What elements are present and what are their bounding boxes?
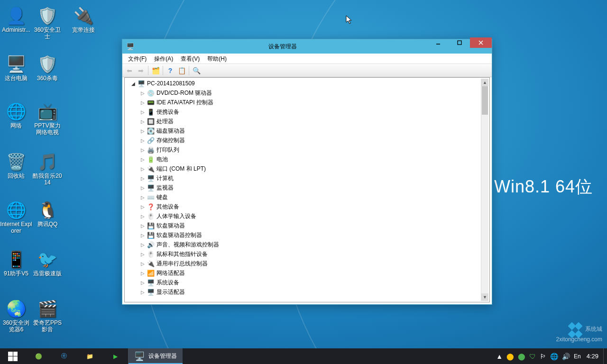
expand-icon[interactable]: ▷ bbox=[140, 147, 146, 153]
expand-icon[interactable]: ▷ bbox=[140, 128, 146, 134]
desktop-icon-6[interactable]: 📺PPTV聚力 网络电视 bbox=[31, 101, 64, 136]
tray-network-icon[interactable]: 🌐 bbox=[550, 353, 558, 360]
expand-icon[interactable]: ▷ bbox=[140, 233, 146, 238]
expand-icon[interactable]: ▷ bbox=[140, 157, 146, 162]
expand-icon[interactable]: ▷ bbox=[140, 109, 146, 115]
tree-item[interactable]: ▷💾软盘驱动器 bbox=[126, 221, 481, 230]
desktop-icon-1[interactable]: 🛡️360安全卫士 bbox=[31, 6, 64, 40]
expand-icon[interactable]: ▷ bbox=[140, 166, 146, 172]
tree-item[interactable]: ▷🖥️监视器 bbox=[126, 183, 481, 192]
menu-action[interactable]: 操作(A) bbox=[150, 54, 177, 64]
desktop-icon-11[interactable]: 📱91助手V5 bbox=[0, 249, 32, 277]
tree-item[interactable]: ▷🔊声音、视频和游戏控制器 bbox=[126, 240, 481, 249]
expand-icon[interactable]: ▷ bbox=[140, 223, 146, 228]
tree-item[interactable]: ▷⌨️键盘 bbox=[126, 192, 481, 202]
properties-button[interactable]: 📋 bbox=[176, 65, 187, 76]
expand-icon[interactable]: ▷ bbox=[140, 204, 146, 209]
expand-icon[interactable]: ▷ bbox=[140, 119, 146, 124]
tree-item[interactable]: ▷📟IDE ATA/ATAPI 控制器 bbox=[126, 98, 481, 107]
back-button[interactable]: ⬅ bbox=[124, 65, 135, 76]
tree-item[interactable]: ▷📱便携设备 bbox=[126, 107, 481, 117]
collapse-icon[interactable]: ◢ bbox=[130, 81, 136, 86]
maximize-button[interactable] bbox=[449, 37, 470, 48]
tree-item[interactable]: ▷🖨️打印队列 bbox=[126, 145, 481, 155]
vertical-scrollbar[interactable]: ▲ ▼ bbox=[481, 79, 488, 301]
tray-clock[interactable]: 4:29 bbox=[585, 353, 600, 360]
desktop-icon-12[interactable]: 🐦迅雷极速版 bbox=[31, 249, 64, 277]
desktop-icon-2[interactable]: 🔌宽带连接 bbox=[67, 6, 100, 33]
expand-icon[interactable]: ▷ bbox=[140, 261, 146, 266]
expand-icon[interactable]: ▷ bbox=[140, 138, 146, 143]
show-hidden-button[interactable]: 🗂️ bbox=[150, 65, 161, 76]
expand-icon[interactable]: ▷ bbox=[140, 252, 146, 257]
tree-item[interactable]: ▷🖥️系统设备 bbox=[126, 278, 481, 287]
scroll-down-button[interactable]: ▼ bbox=[481, 293, 488, 301]
desktop-icon-9[interactable]: 🌐Internet Explorer bbox=[0, 200, 32, 234]
device-tree[interactable]: ◢🖥️PC-201412081509▷💿DVD/CD-ROM 驱动器▷📟IDE … bbox=[126, 79, 481, 301]
desktop-icon-5[interactable]: 🌐网络 bbox=[0, 101, 32, 129]
desktop-icon-0[interactable]: 👤Administr... bbox=[0, 6, 32, 33]
taskbar-app-device-manager[interactable]: 🖥️ 设备管理器 bbox=[128, 348, 183, 364]
expand-icon[interactable]: ▷ bbox=[140, 280, 146, 285]
scan-hardware-button[interactable]: 🔍 bbox=[191, 65, 202, 76]
scroll-up-button[interactable]: ▲ bbox=[481, 79, 488, 86]
tray-action-center-icon[interactable]: 🏳 bbox=[540, 353, 546, 360]
desktop-icon-3[interactable]: 🖥️这台电脑 bbox=[0, 54, 32, 82]
expand-icon[interactable]: ▷ bbox=[140, 290, 146, 295]
tray-antivirus-icon[interactable]: 🛡 bbox=[529, 353, 536, 360]
tree-item[interactable]: ▷🔗存储控制器 bbox=[126, 136, 481, 145]
tree-item[interactable]: ▷🖱️鼠标和其他指针设备 bbox=[126, 249, 481, 259]
desktop-icon-13[interactable]: 🌏360安全浏览器6 bbox=[0, 299, 32, 333]
pinned-app-ie[interactable]: ⓔ bbox=[51, 348, 77, 364]
menu-view[interactable]: 查看(V) bbox=[177, 54, 203, 64]
tree-item[interactable]: ▷🖱️人体学输入设备 bbox=[126, 211, 481, 221]
close-button[interactable] bbox=[470, 37, 492, 48]
expand-icon[interactable]: ▷ bbox=[140, 242, 146, 247]
tree-item[interactable]: ▷🔲处理器 bbox=[126, 117, 481, 126]
minimize-button[interactable] bbox=[427, 37, 449, 48]
tree-item[interactable]: ▷📶网络适配器 bbox=[126, 268, 481, 278]
desktop-icon-7[interactable]: 🗑️回收站 bbox=[0, 152, 32, 179]
desktop-icon-4[interactable]: 🛡️360杀毒 bbox=[31, 54, 64, 82]
desktop-icon-14[interactable]: 🎬爱奇艺PPS影音 bbox=[31, 299, 64, 333]
tray-up-icon[interactable]: ▲ bbox=[496, 353, 503, 360]
expand-icon[interactable]: ▷ bbox=[140, 176, 146, 181]
tree-item[interactable]: ▷🔌端口 (COM 和 LPT) bbox=[126, 164, 481, 173]
tray-security-icon[interactable]: ⬤ bbox=[506, 353, 514, 360]
expand-icon[interactable]: ▷ bbox=[140, 91, 146, 96]
toolbar: ⬅ ➡ 🗂️ ? 📋 🔍 bbox=[122, 64, 492, 77]
tree-root[interactable]: ◢🖥️PC-201412081509 bbox=[126, 79, 481, 88]
tree-item[interactable]: ▷🖥️计算机 bbox=[126, 173, 481, 183]
desktop-icon-10[interactable]: 🐧腾讯QQ bbox=[31, 200, 64, 228]
scroll-thumb[interactable] bbox=[482, 86, 488, 115]
pinned-app-360[interactable]: 🟢 bbox=[26, 348, 51, 364]
tray-volume-icon[interactable]: 🔊 bbox=[562, 353, 570, 360]
titlebar[interactable]: 🖥️ 设备管理器 bbox=[122, 39, 492, 54]
watermark-name: 系统城 bbox=[585, 326, 602, 332]
pinned-app-explorer[interactable]: 📁 bbox=[77, 348, 102, 364]
tree-item[interactable]: ▷💿DVD/CD-ROM 驱动器 bbox=[126, 88, 481, 98]
tree-item[interactable]: ▷💾软盘驱动器控制器 bbox=[126, 230, 481, 240]
expand-icon[interactable]: ▷ bbox=[140, 100, 146, 105]
tray-language[interactable]: En bbox=[574, 353, 581, 360]
tray-360-icon[interactable]: ⬤ bbox=[518, 353, 525, 360]
tree-item[interactable]: ▷🖥️显示适配器 bbox=[126, 287, 481, 297]
menu-help[interactable]: 帮助(H) bbox=[203, 54, 230, 64]
menu-file[interactable]: 文件(F) bbox=[124, 54, 150, 64]
tree-item[interactable]: ▷🔌通用串行总线控制器 bbox=[126, 259, 481, 268]
tree-item[interactable]: ▷🔋电池 bbox=[126, 155, 481, 164]
forward-button[interactable]: ➡ bbox=[136, 65, 146, 76]
tree-item[interactable]: ▷💽磁盘驱动器 bbox=[126, 126, 481, 136]
expand-icon[interactable]: ▷ bbox=[140, 271, 146, 276]
expand-icon[interactable]: ▷ bbox=[140, 214, 146, 219]
start-button[interactable] bbox=[0, 348, 26, 364]
help-button[interactable]: ? bbox=[165, 65, 175, 76]
desktop-icon-label: 360安全浏览器6 bbox=[0, 319, 32, 333]
expand-icon[interactable]: ▷ bbox=[140, 185, 146, 191]
pinned-app-iqiyi[interactable]: ▶ bbox=[102, 348, 128, 364]
expand-icon[interactable]: ▷ bbox=[140, 195, 146, 200]
category-icon: 🖥️ bbox=[147, 174, 155, 182]
desktop-icon-8[interactable]: 🎵酷我音乐2014 bbox=[31, 152, 64, 186]
show-desktop-button[interactable] bbox=[603, 348, 607, 364]
tree-item[interactable]: ▷❓其他设备 bbox=[126, 202, 481, 211]
